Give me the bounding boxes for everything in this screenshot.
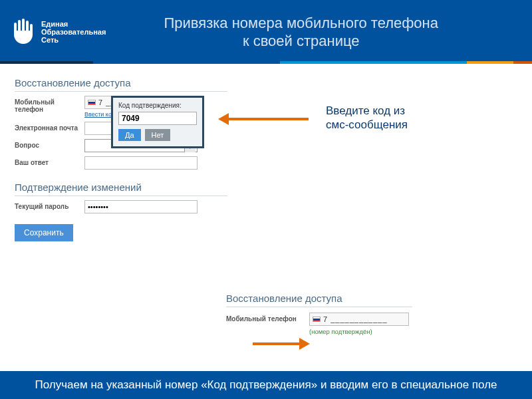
callout-text: Введите код из смс-сообщения bbox=[326, 104, 446, 132]
row-answer: Ваш ответ bbox=[15, 156, 532, 170]
svg-rect-3 bbox=[26, 21, 29, 32]
brand-line: Сеть bbox=[41, 36, 106, 44]
fragment-phone-value: 7 ____________ bbox=[323, 315, 388, 323]
svg-rect-0 bbox=[14, 23, 17, 32]
arrow-up-icon bbox=[253, 338, 310, 350]
label-question: Вопрос bbox=[15, 139, 84, 149]
label-answer: Ваш ответ bbox=[15, 156, 84, 166]
label-mobile: Мобильный телефон bbox=[15, 96, 84, 113]
svg-rect-2 bbox=[22, 19, 25, 32]
popup-label: Код подтверждения: bbox=[118, 102, 197, 109]
fragment-row-mobile: Мобильный телефон 7 ____________ (номер … bbox=[226, 313, 512, 335]
title-line: к своей странице bbox=[106, 32, 496, 51]
save-button[interactable]: Сохранить bbox=[15, 224, 73, 241]
row-question: Вопрос bbox=[15, 139, 532, 152]
brand-logo: Единая Образовательная Сеть bbox=[9, 17, 106, 47]
fragment-label-mobile: Мобильный телефон bbox=[226, 313, 309, 323]
fragment-mobile-input[interactable]: 7 ____________ bbox=[309, 313, 409, 326]
popup-yes-button[interactable]: Да bbox=[118, 129, 141, 141]
hand-icon bbox=[9, 17, 36, 47]
confirmation-code-input[interactable] bbox=[118, 112, 197, 125]
popup-no-button[interactable]: Нет bbox=[145, 129, 171, 141]
fragment-section-title: Восстановление доступа bbox=[226, 293, 412, 307]
row-password: Текущий пароль bbox=[15, 200, 532, 213]
section-restore-title: Восстановление доступа bbox=[15, 77, 227, 92]
brand-text: Единая Образовательная Сеть bbox=[41, 20, 106, 44]
phone-confirmed-note: (номер подтверждён) bbox=[309, 328, 409, 335]
svg-rect-1 bbox=[18, 20, 21, 32]
footer-caption: Получаем на указанный номер «Код подтвер… bbox=[0, 371, 532, 399]
title-line: Привязка номера мобильного телефона bbox=[106, 14, 496, 33]
bottom-fragment: Восстановление доступа Мобильный телефон… bbox=[226, 293, 512, 339]
flag-ru-icon bbox=[313, 317, 321, 322]
callout-line: смс-сообщения bbox=[326, 118, 446, 132]
header: Единая Образовательная Сеть Привязка ном… bbox=[0, 0, 532, 64]
brand-line: Единая bbox=[41, 20, 106, 28]
section-confirm-title: Подтверждение изменений bbox=[15, 182, 227, 196]
label-email: Электронная почта bbox=[15, 122, 84, 132]
label-password: Текущий пароль bbox=[15, 200, 84, 210]
confirmation-code-popup: Код подтверждения: Да Нет bbox=[111, 96, 204, 148]
main-content: Восстановление доступа Мобильный телефон… bbox=[0, 64, 532, 241]
current-password-input[interactable] bbox=[84, 200, 198, 213]
arrow-icon bbox=[218, 113, 309, 125]
flag-ru-icon bbox=[88, 100, 96, 105]
answer-input[interactable] bbox=[84, 156, 198, 170]
page-title: Привязка номера мобильного телефона к св… bbox=[106, 14, 523, 51]
callout-line: Введите код из bbox=[326, 104, 446, 118]
brand-line: Образовательная bbox=[41, 28, 106, 36]
